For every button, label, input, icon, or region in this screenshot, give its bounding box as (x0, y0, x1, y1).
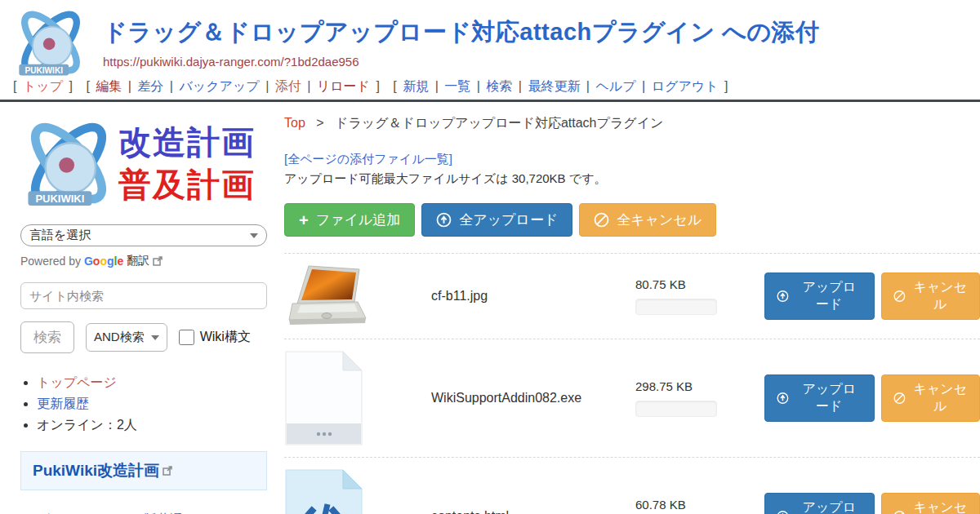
separator: | (435, 79, 439, 93)
cancel-all-button[interactable]: 全キャンセル (579, 203, 716, 237)
bracket: [ (13, 79, 16, 93)
nav-diff[interactable]: 差分 (137, 79, 163, 93)
nav-search[interactable]: 検索 (486, 79, 512, 93)
sidebar-item-recent-changes[interactable]: 更新履歴 (37, 397, 89, 410)
upload-label: アップロード (796, 279, 862, 313)
nav-list[interactable]: 一覧 (444, 79, 470, 93)
cancel-button[interactable]: キャンセル (881, 493, 980, 514)
page-title: ドラッグ＆ドロップアップロード対応attachプラグイン への添付 (103, 16, 820, 49)
page-url-link[interactable]: https://pukiwiki.dajya-ranger.com/?1bd2d… (103, 55, 359, 69)
separator: | (170, 79, 173, 93)
separator: | (265, 79, 269, 93)
main-content: Top > ドラッグ＆ドロップアップロード対応attachプラグイン [全ページ… (271, 102, 980, 514)
banner-kaizo-text: 改造計画 (118, 121, 256, 163)
chevron-down-icon (151, 335, 159, 340)
file-size: 298.75 KB (635, 379, 750, 393)
portal-title: PukiWiki改造計画 (33, 460, 159, 481)
separator: | (477, 79, 480, 93)
upload-file-table: cf-b11.jpg 80.75 KB アップロード キャンセル (284, 253, 980, 514)
powered-by-label: Powered by (20, 255, 81, 268)
sidebar-item-toppage[interactable]: トップページ (37, 375, 117, 389)
top-navbar: [ トップ ] [ 編集 | 差分 | バックアップ | 添付 | リロード ]… (8, 78, 733, 95)
nav-new[interactable]: 新規 (403, 79, 429, 93)
upload-button[interactable]: アップロード (764, 273, 875, 320)
nav-top[interactable]: トップ (23, 79, 63, 93)
cancel-label: キャンセル (913, 279, 968, 313)
upload-progress-bar (635, 299, 717, 315)
nav-help[interactable]: ヘルプ (595, 79, 635, 93)
search-button[interactable]: 検索 (20, 321, 74, 353)
chevron-down-icon (250, 233, 258, 238)
separator: | (642, 79, 645, 93)
upload-circle-icon (436, 212, 452, 228)
upload-circle-icon (777, 391, 789, 405)
upload-toolbar: + ファイル追加 全アップロード 全キャンセル (284, 203, 980, 237)
table-row: WikiSupportAddin082.exe 298.75 KB アップロード… (284, 339, 980, 458)
max-upload-size-text: アップロード可能最大ファイルサイズは 30,720KB です。 (284, 171, 980, 187)
code-file-icon (284, 468, 363, 514)
nav-logout[interactable]: ログアウト (652, 79, 719, 93)
portal-link[interactable]: PukiWiki改造計画 (33, 460, 172, 481)
bracket: ] (69, 79, 72, 93)
translate-link[interactable]: 翻訳 (127, 254, 149, 268)
upload-progress-bar (635, 401, 717, 417)
cancel-label: キャンセル (913, 381, 968, 415)
upload-circle-icon (777, 289, 789, 304)
table-row: contents.html 60.78 KB アップロード キャンセル (284, 458, 980, 514)
generic-file-icon (284, 350, 363, 446)
separator: | (128, 79, 131, 93)
site-search-input[interactable] (20, 282, 267, 309)
ban-circle-icon (893, 289, 906, 304)
ban-circle-icon (893, 509, 906, 514)
separator: | (519, 79, 522, 93)
nav-recent[interactable]: 最終更新 (528, 79, 580, 93)
bracket: [ (393, 79, 396, 93)
list-item: トップページ (37, 373, 271, 393)
bracket: ] (376, 79, 379, 93)
external-link-icon (163, 466, 172, 476)
nav-edit[interactable]: 編集 (96, 79, 122, 93)
upload-all-button[interactable]: 全アップロード (421, 203, 572, 237)
breadcrumb-separator: > (316, 116, 323, 130)
file-name: cf-b11.jpg (390, 289, 635, 304)
upload-button[interactable]: アップロード (764, 374, 875, 422)
ban-circle-icon (594, 212, 609, 228)
upload-label: アップロード (796, 381, 862, 415)
site-banner: 改造計画 普及計画 (20, 113, 271, 213)
sidebar: 改造計画 普及計画 言語を選択 Powered by Google 翻訳 検索 … (0, 102, 271, 514)
all-attachments-link[interactable]: [全ページの添付ファイル一覧] (284, 152, 452, 167)
nav-backup[interactable]: バックアップ (179, 79, 259, 93)
upload-circle-icon (777, 509, 789, 514)
list-item: 更新履歴 (37, 394, 271, 414)
breadcrumb-current-page: ドラッグ＆ドロップアップロード対応attachプラグイン (335, 116, 663, 130)
laptop-photo-thumbnail (284, 264, 372, 328)
cancel-button[interactable]: キャンセル (881, 273, 980, 320)
bracket: [ (86, 79, 89, 93)
google-logo-text: Google (84, 255, 123, 268)
add-files-button[interactable]: + ファイル追加 (284, 203, 415, 237)
breadcrumb-top-link[interactable]: Top (284, 116, 305, 130)
bracket: ] (724, 79, 728, 93)
file-name: contents.html (390, 509, 635, 514)
cancel-button[interactable]: キャンセル (881, 374, 980, 422)
wiki-syntax-option: Wiki構文 (179, 329, 251, 346)
language-select[interactable]: 言語を選択 (20, 224, 267, 246)
separator: | (307, 79, 310, 93)
cancel-all-label: 全キャンセル (617, 210, 702, 229)
search-mode-value: AND検索 (94, 330, 145, 345)
search-mode-select[interactable]: AND検索 (86, 323, 167, 352)
portal-box: PukiWiki改造計画 (20, 451, 267, 490)
nav-reload[interactable]: リロード (317, 79, 370, 93)
nav-attach[interactable]: 添付 (275, 79, 301, 93)
online-counter: オンライン：2人 (37, 415, 271, 436)
upload-button[interactable]: アップロード (764, 493, 875, 514)
breadcrumb: Top > ドラッグ＆ドロップアップロード対応attachプラグイン (284, 115, 980, 132)
page-header: ドラッグ＆ドロップアップロード対応attachプラグイン への添付 https:… (0, 0, 980, 102)
list-item: ダジャレンジャー版共通ファイル (37, 510, 271, 514)
pukiwiki-atom-logo-icon (20, 113, 117, 213)
upload-label: アップロード (796, 499, 862, 514)
add-files-label: ファイル追加 (316, 210, 401, 229)
cancel-label: キャンセル (913, 499, 968, 514)
banner-fukyu-text: 普及計画 (118, 163, 256, 206)
wiki-syntax-checkbox[interactable] (179, 330, 194, 345)
